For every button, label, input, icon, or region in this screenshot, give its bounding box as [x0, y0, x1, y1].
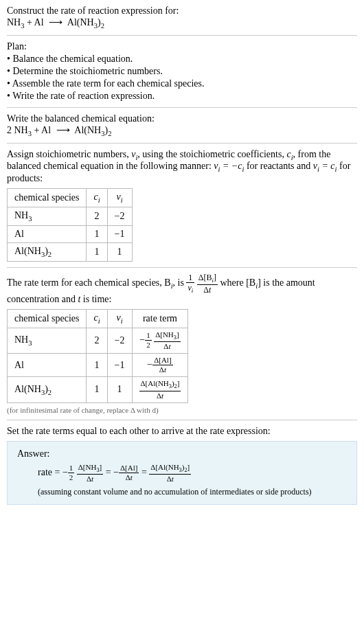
stoich-t2: , using the stoichiometric coefficients,	[137, 149, 286, 159]
answer-box: Answer: rate = −12 Δ[NH3]Δt = −Δ[Al]Δt =…	[7, 441, 357, 505]
frac-dBi-dt: Δ[Bi]Δt	[197, 273, 218, 294]
table-row: NH3 2 −2	[8, 207, 133, 225]
table-row: Al(NH3)2 1 1	[8, 242, 133, 261]
plan-item-0: • Balance the chemical equation.	[7, 54, 357, 65]
cell-c: 1	[87, 377, 107, 402]
divider	[7, 107, 357, 108]
cell-species: NH3	[8, 328, 87, 353]
rateterm-note: (for infinitesimal rate of change, repla…	[7, 406, 357, 414]
eq-nh3: NH3	[7, 17, 24, 27]
cell-c: 1	[87, 225, 107, 242]
answer-label: Answer:	[17, 448, 347, 459]
th-nui: νi	[107, 189, 132, 207]
cell-species: NH3	[8, 207, 87, 225]
rt-t1: The rate term for each chemical species,…	[7, 277, 171, 288]
cell-species: Al	[8, 225, 87, 242]
cell-nu: −1	[107, 354, 132, 377]
stoich-table: chemical species ci νi NH3 2 −2 Al 1 −1 …	[7, 188, 133, 261]
cell-nu: −2	[107, 207, 132, 225]
rel1: νi = −ci	[214, 161, 244, 171]
table-row: NH3 2 −2 −12 Δ[NH3]Δt	[8, 328, 188, 353]
arrow-icon: ⟶	[56, 124, 70, 136]
rel2: νi = ci	[313, 161, 337, 171]
cell-nu: 1	[107, 377, 132, 402]
table-header-row: chemical species ci νi	[8, 189, 133, 207]
plan-section: Plan: • Balance the chemical equation. •…	[7, 41, 357, 102]
plan-item-1: • Determine the stoichiometric numbers.	[7, 66, 357, 77]
bal-rhs: Al(NH3)2	[73, 125, 112, 135]
rt-t2: , is	[173, 277, 187, 288]
divider	[7, 420, 357, 420]
balanced-heading: Write the balanced chemical equation:	[7, 113, 357, 124]
rateterm-text: The rate term for each chemical species,…	[7, 273, 357, 305]
th-rate: rate term	[132, 309, 188, 328]
cell-species: Al	[8, 354, 87, 377]
balanced-equation: 2 NH3 + Al ⟶ Al(NH3)2	[7, 124, 357, 137]
frac-1-nu: 1νi	[186, 273, 194, 294]
c-sym: ci	[286, 149, 293, 159]
cell-nu: −1	[107, 225, 132, 242]
rate-expression: rate = −12 Δ[NH3]Δt = −Δ[Al]Δt = Δ[Al(NH…	[17, 464, 347, 483]
bal-lhs: 2 NH3	[7, 125, 32, 135]
plan-item-3: • Write the rate of reaction expression.	[7, 91, 357, 102]
rt-t5: is time:	[80, 294, 111, 304]
stoich-t1: Assign stoichiometric numbers,	[7, 149, 131, 159]
th-nui: νi	[107, 309, 132, 328]
answer-assumption: (assuming constant volume and no accumul…	[17, 487, 347, 497]
th-species: chemical species	[8, 189, 87, 207]
cell-c: 1	[87, 354, 107, 377]
divider	[7, 267, 357, 268]
stoich-section: Assign stoichiometric numbers, νi, using…	[7, 149, 357, 262]
divider	[7, 35, 357, 36]
eq-plus: + Al	[24, 17, 46, 27]
rt-t3: where [B	[220, 277, 256, 288]
stoich-t4: for reactants and	[244, 161, 312, 171]
arrow-icon: ⟶	[49, 16, 62, 28]
intro-prompt: Construct the rate of reaction expressio…	[7, 5, 357, 16]
intro-equation: NH3 + Al ⟶ Al(NH3)2	[7, 16, 357, 30]
rateterm-section: The rate term for each chemical species,…	[7, 273, 357, 414]
cell-c: 2	[87, 207, 107, 225]
intro-section: Construct the rate of reaction expressio…	[7, 5, 357, 30]
cell-rate: −12 Δ[NH3]Δt	[132, 328, 188, 353]
cell-nu: −2	[107, 328, 132, 353]
cell-c: 1	[87, 242, 107, 261]
table-row: Al(NH3)2 1 1 Δ[Al(NH3)2]Δt	[8, 377, 188, 402]
balanced-section: Write the balanced chemical equation: 2 …	[7, 113, 357, 137]
table-row: Al 1 −1 −Δ[Al]Δt	[8, 354, 188, 377]
divider	[7, 143, 357, 144]
th-ci: ci	[87, 189, 107, 207]
eq-rhs: Al(NH3)2	[65, 17, 104, 27]
cell-c: 2	[87, 328, 107, 353]
rate-prefix: rate =	[38, 467, 62, 477]
rateterm-table: chemical species ci νi rate term NH3 2 −…	[7, 309, 188, 403]
plan-heading: Plan:	[7, 41, 357, 52]
th-ci: ci	[87, 309, 107, 328]
plan-item-2: • Assemble the rate term for each chemic…	[7, 78, 357, 89]
final-section: Set the rate terms equal to each other t…	[7, 426, 357, 505]
cell-rate: −Δ[Al]Δt	[132, 354, 188, 377]
nu-sym: νi	[131, 149, 137, 159]
cell-species: Al(NH3)2	[8, 242, 87, 261]
final-heading: Set the rate terms equal to each other t…	[7, 426, 357, 437]
cell-rate: Δ[Al(NH3)2]Δt	[132, 377, 188, 402]
bal-mid: + Al	[32, 125, 54, 135]
stoich-text: Assign stoichiometric numbers, νi, using…	[7, 149, 357, 185]
th-species: chemical species	[8, 309, 87, 328]
table-header-row: chemical species ci νi rate term	[8, 309, 188, 328]
cell-nu: 1	[107, 242, 132, 261]
table-row: Al 1 −1	[8, 225, 133, 242]
cell-species: Al(NH3)2	[8, 377, 87, 402]
